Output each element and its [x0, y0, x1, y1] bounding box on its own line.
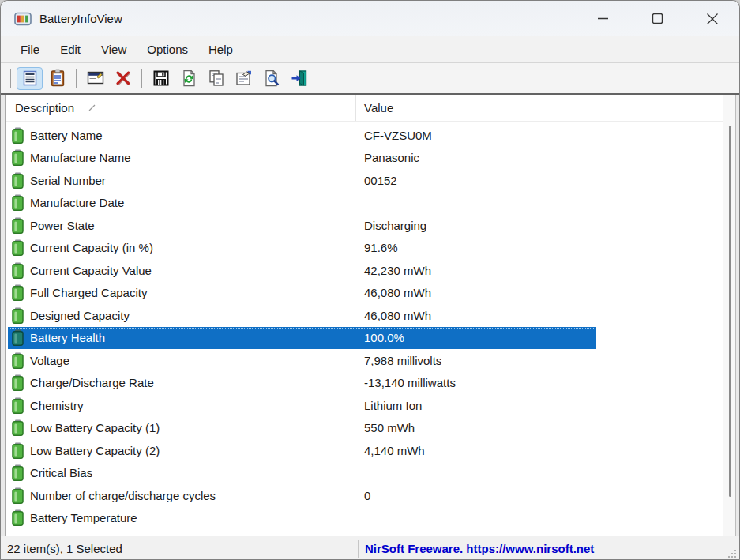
row-description: Voltage	[30, 354, 69, 367]
table-row[interactable]: Battery Name CF-VZSU0M	[6, 124, 723, 147]
column-header-description[interactable]: Description	[6, 95, 356, 121]
close-icon	[706, 13, 719, 25]
delete-button[interactable]	[110, 67, 136, 90]
column-header-value-label: Value	[364, 101, 393, 115]
battery-icon	[12, 352, 24, 369]
row-description: Designed Capacity	[30, 309, 130, 322]
battery-icon	[12, 329, 24, 346]
menu-options[interactable]: Options	[137, 39, 198, 59]
row-description: Manufacture Name	[30, 151, 131, 164]
row-value: 00152	[359, 174, 723, 187]
row-value: 91.6%	[359, 241, 723, 254]
window-title: BatteryInfoView	[39, 12, 122, 25]
refresh-icon	[179, 69, 198, 88]
table-row[interactable]: Battery Health 100.0%	[6, 327, 723, 350]
battery-icon	[12, 464, 24, 481]
exit-icon	[290, 69, 309, 88]
table-row[interactable]: Voltage 7,988 millivolts	[6, 349, 723, 372]
app-icon	[14, 10, 32, 28]
column-header-empty	[588, 95, 723, 121]
battery-icon	[12, 487, 24, 504]
table-row[interactable]: Critical Bias	[6, 462, 723, 485]
save-button[interactable]	[148, 67, 174, 90]
list-view-icon	[21, 69, 39, 88]
maximize-icon	[652, 13, 663, 24]
row-value: 4,140 mWh	[359, 444, 723, 457]
toolbar	[1, 63, 739, 93]
maximize-button[interactable]	[630, 1, 685, 36]
sort-ascending-icon	[88, 104, 96, 111]
battery-icon	[12, 284, 24, 301]
resize-grip[interactable]	[727, 548, 737, 558]
table-row[interactable]: Current Capacity (in %) 91.6%	[6, 237, 723, 260]
row-description: Full Charged Capacity	[30, 286, 147, 299]
minimize-button[interactable]	[576, 1, 630, 36]
table-row[interactable]: Full Charged Capacity 46,080 mWh	[6, 282, 723, 305]
table-row[interactable]: Serial Number 00152	[6, 169, 723, 192]
menu-help[interactable]: Help	[198, 39, 243, 59]
battery-icon	[12, 127, 24, 144]
status-item-count: 22 item(s), 1 Selected	[1, 542, 358, 555]
menu-view[interactable]: View	[91, 39, 137, 59]
row-value: 100.0%	[359, 331, 723, 344]
table-row[interactable]: Manufacture Date	[6, 192, 723, 215]
exit-button[interactable]	[286, 67, 312, 90]
row-description: Number of charge/discharge cycles	[30, 489, 216, 502]
table-row[interactable]: Power State Discharging	[6, 214, 723, 237]
row-description: Low Battery Capacity (1)	[30, 421, 160, 434]
row-value: 42,230 mWh	[359, 264, 723, 277]
row-value: 0	[359, 489, 723, 502]
table-row[interactable]: Manufacture Name Panasonic	[6, 147, 723, 170]
table-row[interactable]: Number of charge/discharge cycles 0	[6, 484, 723, 507]
row-value: -13,140 milliwatts	[359, 376, 723, 389]
row-description: Chemistry	[30, 399, 84, 412]
choose-columns-button[interactable]	[82, 67, 108, 90]
copy-button[interactable]	[203, 67, 229, 90]
row-description: Charge/Discharge Rate	[30, 376, 154, 389]
row-description: Battery Health	[30, 331, 105, 344]
table-row[interactable]: Chemistry Lithium Ion	[6, 394, 723, 417]
vertical-scrollbar[interactable]	[723, 95, 735, 536]
menu-edit[interactable]: Edit	[50, 39, 91, 59]
properties-icon	[235, 69, 254, 88]
battery-icon	[12, 217, 24, 234]
battery-icon	[12, 307, 24, 324]
list-view-container: Description Value Battery Nam	[1, 93, 739, 536]
row-value: CF-VZSU0M	[359, 129, 723, 142]
scrollbar-thumb[interactable]	[729, 126, 731, 497]
column-header-value[interactable]: Value	[356, 95, 588, 121]
table-row[interactable]: Designed Capacity 46,080 mWh	[6, 304, 723, 327]
find-button[interactable]	[258, 67, 284, 90]
row-description: Current Capacity Value	[30, 264, 152, 277]
window-controls	[576, 1, 739, 36]
row-description: Serial Number	[30, 174, 106, 187]
toolbar-separator	[141, 69, 142, 88]
refresh-button[interactable]	[175, 67, 201, 90]
nirsoft-link[interactable]: NirSoft Freeware. https://www.nirsoft.ne…	[359, 542, 594, 555]
menu-file[interactable]: File	[10, 39, 50, 59]
menu-bar: File Edit View Options Help	[1, 36, 739, 63]
table-row[interactable]: Battery Temperature	[6, 507, 723, 530]
properties-button[interactable]	[231, 67, 257, 90]
battery-icon	[12, 239, 24, 256]
minimize-icon	[597, 13, 609, 24]
table-row[interactable]: Low Battery Capacity (1) 550 mWh	[6, 417, 723, 440]
clipboard-report-button[interactable]	[44, 67, 70, 90]
row-value: 550 mWh	[359, 421, 723, 434]
row-description: Manufacture Date	[30, 196, 124, 209]
toolbar-separator	[10, 69, 11, 88]
status-bar: 22 item(s), 1 Selected NirSoft Freeware.…	[1, 536, 739, 560]
close-button[interactable]	[685, 1, 739, 36]
battery-icon	[12, 172, 24, 189]
row-description: Current Capacity (in %)	[30, 241, 153, 254]
battery-icon	[12, 397, 24, 414]
row-value: Panasonic	[359, 151, 723, 164]
table-row[interactable]: Charge/Discharge Rate -13,140 milliwatts	[6, 372, 723, 395]
table-row[interactable]: Current Capacity Value 42,230 mWh	[6, 259, 723, 282]
row-value: 46,080 mWh	[359, 286, 723, 299]
list-view-button[interactable]	[17, 67, 43, 90]
battery-icon	[12, 442, 24, 459]
find-icon	[262, 69, 281, 88]
table-row[interactable]: Low Battery Capacity (2) 4,140 mWh	[6, 439, 723, 462]
delete-x-icon	[114, 69, 133, 88]
